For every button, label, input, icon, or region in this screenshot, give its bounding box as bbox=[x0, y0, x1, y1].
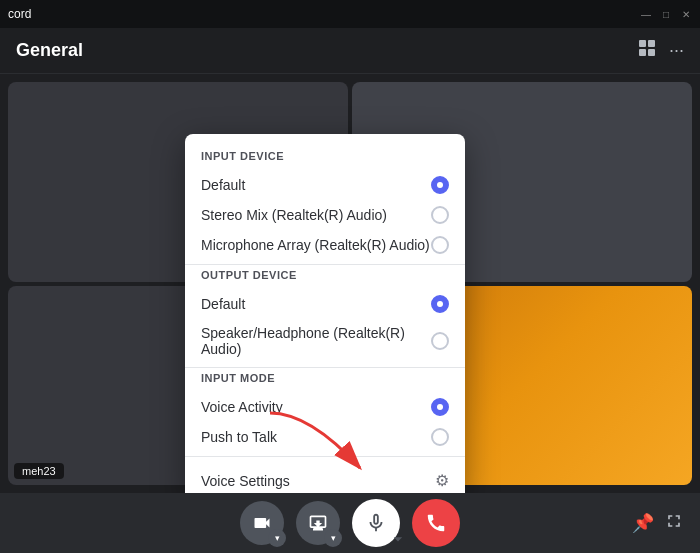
input-device-mic-array[interactable]: Microphone Array (Realtek(R) Audio) bbox=[185, 230, 465, 260]
share-screen-button[interactable]: ▾ bbox=[296, 501, 340, 545]
voice-settings-label: Voice Settings bbox=[201, 473, 290, 489]
microphone-button[interactable] bbox=[352, 499, 400, 547]
divider-1 bbox=[185, 264, 465, 265]
output-device-speaker[interactable]: Speaker/Headphone (Realtek(R) Audio) bbox=[185, 319, 465, 363]
header-actions: ··· bbox=[637, 38, 684, 63]
divider-3 bbox=[185, 456, 465, 457]
svg-rect-2 bbox=[639, 49, 646, 56]
fullscreen-icon[interactable] bbox=[664, 511, 684, 536]
input-mode-push-to-talk-radio[interactable] bbox=[431, 428, 449, 446]
input-device-default-radio[interactable] bbox=[431, 176, 449, 194]
output-device-default-radio[interactable] bbox=[431, 295, 449, 313]
input-device-stereo-mix-label: Stereo Mix (Realtek(R) Audio) bbox=[201, 207, 387, 223]
input-device-section-title: INPUT DEVICE bbox=[185, 150, 465, 170]
input-mode-voice-activity[interactable]: Voice Activity bbox=[185, 392, 465, 422]
more-options-icon[interactable]: ··· bbox=[669, 40, 684, 61]
input-device-mic-array-radio[interactable] bbox=[431, 236, 449, 254]
end-call-button[interactable] bbox=[412, 499, 460, 547]
camera-button[interactable]: ▾ bbox=[240, 501, 284, 545]
video-label-meh23: meh23 bbox=[14, 463, 64, 479]
svg-rect-1 bbox=[648, 40, 655, 47]
maximize-btn[interactable]: □ bbox=[660, 8, 672, 20]
input-device-default[interactable]: Default bbox=[185, 170, 465, 200]
pin-icon[interactable]: 📌 bbox=[632, 512, 654, 534]
voice-settings-row[interactable]: Voice Settings ⚙ bbox=[185, 461, 465, 493]
input-device-default-label: Default bbox=[201, 177, 245, 193]
page-header: General ··· bbox=[0, 28, 700, 74]
output-device-speaker-radio[interactable] bbox=[431, 332, 449, 350]
audio-settings-dropdown: INPUT DEVICE Default Stereo Mix (Realtek… bbox=[185, 134, 465, 493]
app-title: cord bbox=[8, 7, 31, 21]
divider-2 bbox=[185, 367, 465, 368]
close-btn[interactable]: ✕ bbox=[680, 8, 692, 20]
titlebar: cord — □ ✕ bbox=[0, 0, 700, 28]
gear-icon: ⚙ bbox=[435, 471, 449, 490]
window-controls: — □ ✕ bbox=[640, 8, 692, 20]
input-device-stereo-mix-radio[interactable] bbox=[431, 206, 449, 224]
output-device-speaker-label: Speaker/Headphone (Realtek(R) Audio) bbox=[201, 325, 431, 357]
minimize-btn[interactable]: — bbox=[640, 8, 652, 20]
output-device-section-title: OUTPUT DEVICE bbox=[185, 269, 465, 289]
input-mode-push-to-talk-label: Push to Talk bbox=[201, 429, 277, 445]
share-dropdown-arrow[interactable]: ▾ bbox=[324, 529, 342, 547]
input-mode-voice-activity-radio[interactable] bbox=[431, 398, 449, 416]
grid-view-icon[interactable] bbox=[637, 38, 657, 63]
output-device-default-label: Default bbox=[201, 296, 245, 312]
page-title: General bbox=[16, 40, 83, 61]
call-toolbar: ▾ ▾ 📌 bbox=[0, 493, 700, 553]
toolbar-right-controls: 📌 bbox=[632, 511, 684, 536]
input-mode-push-to-talk[interactable]: Push to Talk bbox=[185, 422, 465, 452]
input-device-stereo-mix[interactable]: Stereo Mix (Realtek(R) Audio) bbox=[185, 200, 465, 230]
camera-dropdown-arrow[interactable]: ▾ bbox=[268, 529, 286, 547]
input-device-mic-array-label: Microphone Array (Realtek(R) Audio) bbox=[201, 237, 430, 253]
input-mode-voice-activity-label: Voice Activity bbox=[201, 399, 283, 415]
svg-rect-3 bbox=[648, 49, 655, 56]
input-mode-section-title: INPUT MODE bbox=[185, 372, 465, 392]
main-content: meh23 mmehv INPUT DEVICE Default Stereo … bbox=[0, 74, 700, 493]
output-device-default[interactable]: Default bbox=[185, 289, 465, 319]
svg-rect-0 bbox=[639, 40, 646, 47]
